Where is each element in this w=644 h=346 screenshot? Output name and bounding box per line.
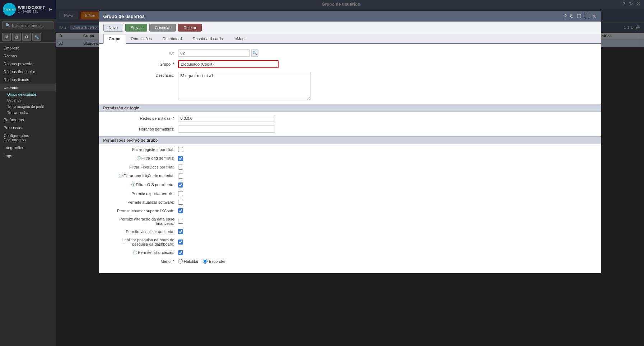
- form-row-id: ID: 🔍: [106, 49, 594, 57]
- tab-inmap[interactable]: InMap: [228, 34, 250, 44]
- search-input[interactable]: [12, 23, 50, 28]
- filtra-grid-filiais-label: ⓘFiltra grid de filiais:: [106, 156, 178, 161]
- atualizar-software-checkbox[interactable]: [178, 200, 183, 205]
- form-row-exportar-xls: Permite exportar em xls:: [106, 191, 594, 196]
- exportar-xls-checkbox[interactable]: [178, 191, 183, 196]
- modal: Grupo de usuários ? ↻ ❐ ⛶ ✕ Novo Salvar …: [99, 11, 601, 273]
- tab-dashboard-cards[interactable]: Dashboard cards: [187, 34, 228, 44]
- app-name: WIKI IXCSOFT: [18, 5, 45, 10]
- modal-title: Grupo de usuários: [103, 14, 145, 19]
- filtrar-fiberdocs-filial-checkbox[interactable]: [178, 165, 183, 170]
- search-icon: 🔍: [5, 23, 10, 28]
- menu-esconder-label[interactable]: Esconder: [203, 259, 225, 264]
- app-logo: IXCsoft: [3, 3, 16, 16]
- sidebar-item-logs[interactable]: Logs: [0, 152, 56, 160]
- sidebar-item-rotinas-fiscais[interactable]: Rotinas fiscais: [0, 76, 56, 84]
- modal-novo-button[interactable]: Novo: [103, 24, 123, 32]
- sidebar-subitem-troca-imagem[interactable]: Troca imagem de perfil: [0, 104, 56, 110]
- filtra-grid-filiais-checkbox[interactable]: [178, 156, 183, 161]
- info-icon-requisicao[interactable]: ⓘ: [119, 174, 123, 178]
- modal-salvar-button[interactable]: Salvar: [125, 24, 147, 32]
- tab-dashboard[interactable]: Dashboard: [157, 34, 187, 44]
- modal-refresh-icon[interactable]: ↻: [570, 13, 574, 19]
- menu-habilitar-radio[interactable]: [178, 259, 183, 264]
- sidebar-item-parametros[interactable]: Parâmetros: [0, 116, 56, 124]
- sidebar-item-usuarios[interactable]: Usuários: [0, 84, 56, 91]
- sidebar-item-integracoes[interactable]: Integrações: [0, 144, 56, 152]
- listar-caixas-checkbox[interactable]: [178, 250, 183, 255]
- pesquisa-dashboard-checkbox[interactable]: [178, 240, 183, 245]
- modal-close-icon[interactable]: ✕: [592, 13, 597, 19]
- sidebar-subitem-trocar-senha[interactable]: Trocar senha: [0, 110, 56, 116]
- menu-esconder-text: Esconder: [209, 259, 225, 264]
- filtrar-registros-label: Filtrar registros por filial:: [106, 147, 178, 152]
- menu-habilitar-label[interactable]: Habilitar: [178, 259, 199, 264]
- filtrar-os-cliente-checkbox[interactable]: [178, 183, 183, 188]
- descricao-label: Descrição:: [106, 72, 178, 77]
- sidebar-item-empresa[interactable]: Empresa: [0, 44, 56, 52]
- info-icon-caixas[interactable]: ⓘ: [133, 250, 137, 255]
- filtrar-fiberdocs-label: Filtrar FiberDocs por filial:: [106, 165, 178, 169]
- sidebar: IXCsoft WIKI IXCSOFT 1 - BASE SSL ► 🔍 🖶 …: [0, 0, 56, 346]
- modal-cancelar-button[interactable]: Cancelar: [149, 24, 176, 32]
- form-row-pesquisa-dashboard: Habilitar pesquisa na barra de pesquisa …: [106, 238, 594, 246]
- alteracao-db-financeiro-checkbox[interactable]: [178, 219, 183, 224]
- wrench-icon[interactable]: 🔧: [32, 33, 41, 41]
- sidebar-item-rotinas[interactable]: Rotinas: [0, 52, 56, 60]
- sidebar-search-container[interactable]: 🔍: [2, 21, 53, 29]
- sidebar-toggle-icon[interactable]: ►: [48, 7, 53, 12]
- tab-grupo[interactable]: Grupo: [103, 34, 126, 44]
- suporte-ixcsoft-checkbox[interactable]: [178, 208, 183, 213]
- visualizar-auditoria-checkbox[interactable]: [178, 229, 183, 234]
- modal-expand-icon[interactable]: ❐: [577, 13, 582, 19]
- filtrar-registros-filial-checkbox[interactable]: [178, 147, 183, 152]
- grupo-input[interactable]: [178, 60, 279, 68]
- menu-radio-group: Habilitar Esconder: [178, 259, 226, 264]
- tab-permissoes[interactable]: Permissões: [126, 34, 157, 44]
- form-row-suporte-ixcsoft: Permite chamar suporte IXCsoft:: [106, 208, 594, 213]
- id-search-button[interactable]: 🔍: [251, 49, 258, 57]
- modal-toolbar: Novo Salvar Cancelar Deletar: [99, 22, 601, 34]
- sidebar-item-rotinas-provedor[interactable]: Rotinas provedor: [0, 60, 56, 68]
- modal-fullscreen-icon[interactable]: ⛶: [584, 13, 589, 19]
- descricao-textarea[interactable]: Bloqueio total: [178, 72, 311, 100]
- form-row-atualizar-software: Permite atualizar software:: [106, 200, 594, 205]
- redes-label: Redes permitidas: *: [106, 116, 178, 120]
- redes-input[interactable]: [178, 115, 275, 122]
- sidebar-item-configuracoes-documentos[interactable]: Configurações Documentos: [0, 132, 56, 144]
- sidebar-subitem-usuarios[interactable]: Usuários: [0, 98, 56, 104]
- modal-help-icon[interactable]: ?: [564, 13, 567, 19]
- menu-esconder-radio[interactable]: [203, 259, 207, 264]
- print-icon[interactable]: 🖶: [2, 33, 11, 41]
- menu-habilitar-text: Habilitar: [184, 259, 199, 264]
- settings-icon[interactable]: ⚙: [22, 33, 31, 41]
- form-row-visualizar-auditoria: Permite visualizar auditoria:: [106, 229, 594, 234]
- form-row-redes: Redes permitidas: *: [106, 115, 594, 122]
- sidebar-item-processos[interactable]: Processos: [0, 124, 56, 132]
- sidebar-subitem-grupo-usuarios[interactable]: Grupo de usuários: [0, 91, 56, 98]
- id-label: ID:: [106, 51, 178, 55]
- form-row-menu: Menu: * Habilitar Esconder: [106, 259, 594, 264]
- form-row-descricao: Descrição: Bloqueio total: [106, 72, 594, 100]
- form-row-filtrar-os-cliente: ⓘFiltrar O.S por cliente:: [106, 182, 594, 188]
- listar-caixas-label: ⓘPermite listar caixas:: [106, 250, 178, 255]
- sidebar-tools: 🖶 ⎙ ⚙ 🔧: [0, 32, 56, 43]
- horarios-label: Horários permitidos:: [106, 127, 178, 131]
- modal-deletar-button[interactable]: Deletar: [178, 24, 201, 32]
- info-icon-os[interactable]: ⓘ: [131, 183, 135, 187]
- id-input[interactable]: [178, 49, 250, 57]
- app-subtitle: 1 - BASE SSL: [18, 10, 45, 13]
- form-row-filtrar-fiberdocs-filial: Filtrar FiberDocs por filial:: [106, 165, 594, 170]
- form-row-filtrar-requisicao: ⓘFiltrar requisição de material:: [106, 173, 594, 179]
- filtrar-requisicao-checkbox[interactable]: [178, 174, 183, 179]
- print2-icon[interactable]: ⎙: [12, 33, 21, 41]
- atualizar-software-label: Permite atualizar software:: [106, 200, 178, 204]
- horarios-input[interactable]: [178, 125, 275, 133]
- section-permissao-login: Permissão de login: [99, 104, 601, 112]
- pesquisa-dashboard-label: Habilitar pesquisa na barra de pesquisa …: [106, 238, 178, 246]
- suporte-ixcsoft-label: Permite chamar suporte IXCsoft:: [106, 209, 178, 213]
- sidebar-item-rotinas-financeiro[interactable]: Rotinas financeiro: [0, 68, 56, 76]
- sidebar-nav: Empresa Rotinas Rotinas provedor Rotinas…: [0, 43, 56, 346]
- info-icon-filtra-grid[interactable]: ⓘ: [137, 156, 141, 160]
- form-row-listar-caixas: ⓘPermite listar caixas:: [106, 250, 594, 255]
